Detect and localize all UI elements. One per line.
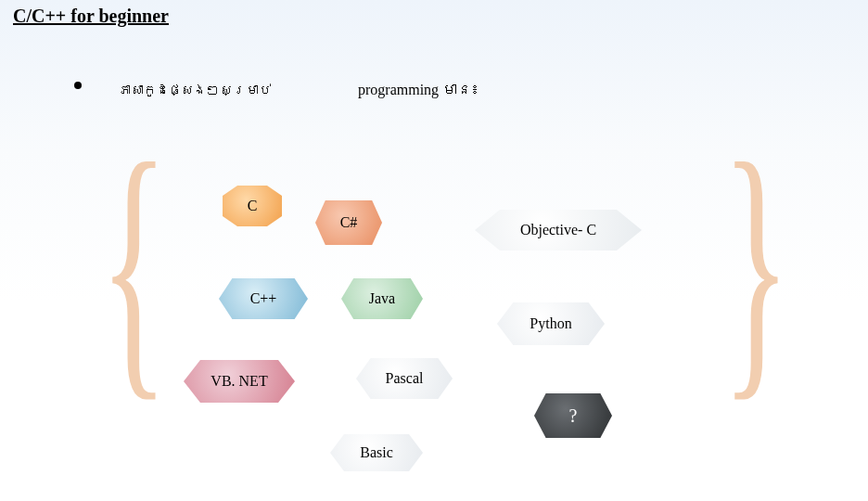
label-c: C <box>248 198 258 214</box>
label-pascal: Pascal <box>386 370 424 387</box>
label-csharp: C# <box>340 214 358 231</box>
bullet-text-1: ភាសាកូដផ្សេងៗសម្រាប់ <box>119 84 271 97</box>
shape-vbnet: VB. NET <box>184 360 295 403</box>
label-cpp: C++ <box>250 290 277 307</box>
label-basic: Basic <box>360 444 393 461</box>
page-title: C/C++ for beginner <box>13 6 169 27</box>
right-brace-icon: } <box>721 121 790 408</box>
label-vbnet: VB. NET <box>211 373 267 390</box>
left-brace-icon: { <box>99 121 168 408</box>
bullet-text-2: programming មាន៖ <box>358 82 479 97</box>
shape-pascal: Pascal <box>356 358 453 399</box>
shape-question: ? <box>534 393 612 438</box>
label-python: Python <box>530 315 571 332</box>
bullet-line: ភាសាកូដផ្សេងៗសម្រាប់ programming មាន៖ <box>74 82 479 98</box>
shape-csharp: C# <box>315 200 382 245</box>
shape-basic: Basic <box>330 434 423 471</box>
label-objc: Objective- C <box>520 222 596 238</box>
bullet-icon <box>74 82 82 89</box>
shape-objc: Objective- C <box>475 210 642 250</box>
label-java: Java <box>369 290 395 307</box>
shape-cpp: C++ <box>219 278 308 319</box>
shape-java: Java <box>341 278 423 319</box>
shape-c: C <box>223 186 282 226</box>
shape-python: Python <box>497 302 605 345</box>
label-question: ? <box>569 405 578 427</box>
diagram-stage: { } C C# Objective- C C++ Java Python VB… <box>148 167 742 482</box>
